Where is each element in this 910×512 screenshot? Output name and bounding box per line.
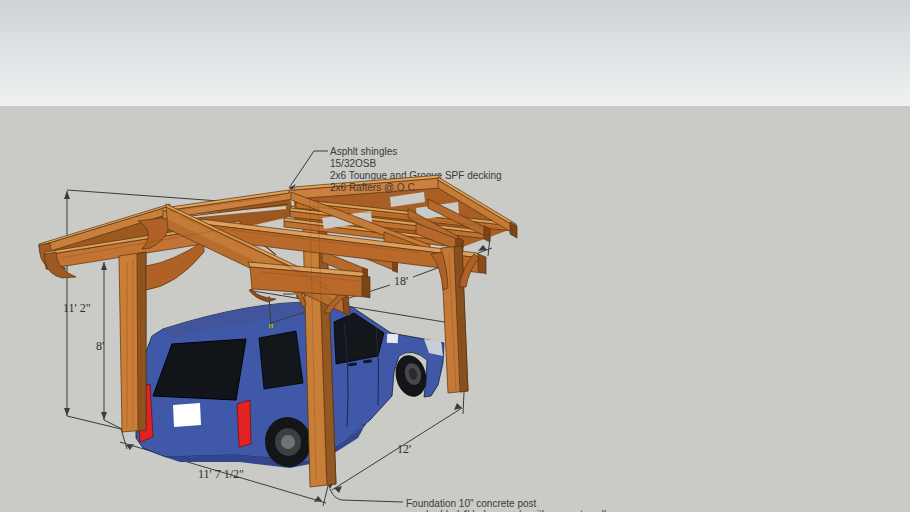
- svg-text:8': 8': [96, 339, 104, 353]
- svg-text:Asphlt shingles: Asphlt shingles: [330, 146, 397, 157]
- svg-text:Foundation 10" concrete post: Foundation 10" concrete post: [406, 498, 537, 509]
- svg-text:11' 2": 11' 2": [63, 301, 91, 315]
- svg-text:11' 7 1/2": 11' 7 1/2": [198, 467, 244, 481]
- svg-text:18': 18': [394, 274, 408, 288]
- svg-text:15/32OSB: 15/32OSB: [330, 158, 376, 169]
- svg-text:2x6 Rafters @.O.C.: 2x6 Rafters @.O.C.: [330, 182, 417, 193]
- svg-text:12': 12': [397, 442, 411, 456]
